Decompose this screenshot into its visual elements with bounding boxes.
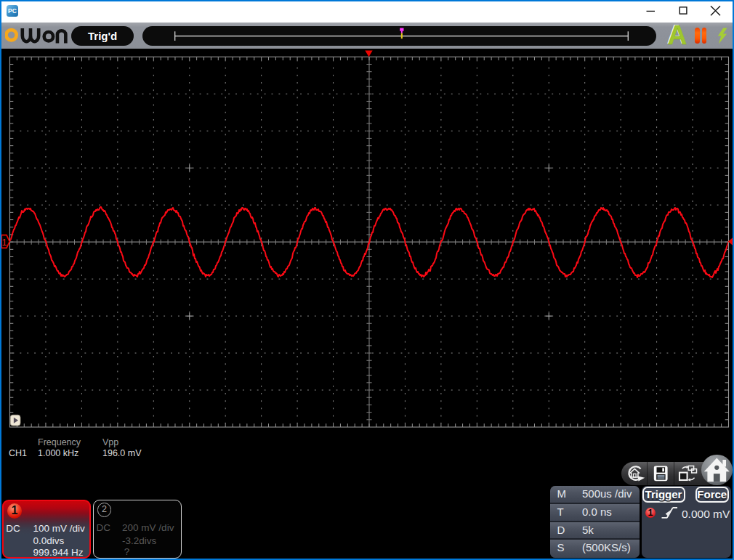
svg-text:1: 1 <box>2 238 7 248</box>
svg-text:A: A <box>668 23 687 48</box>
